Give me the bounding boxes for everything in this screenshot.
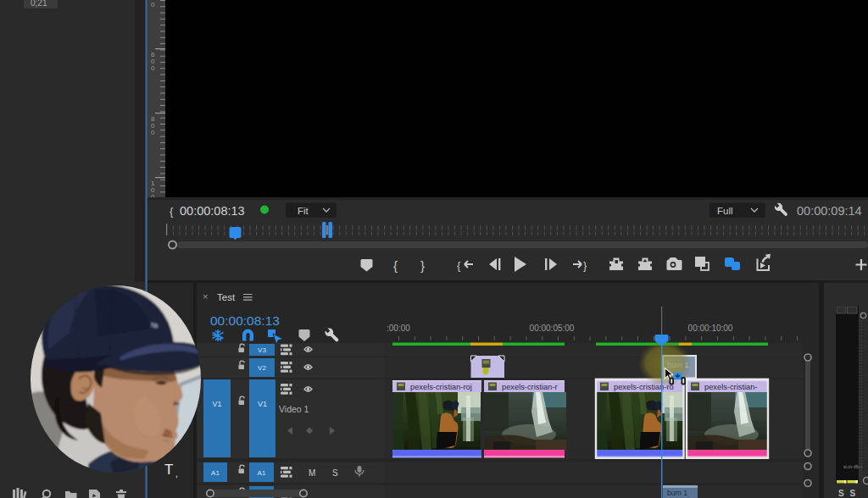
svg-text:V1: V1: [212, 400, 221, 408]
svg-text:M: M: [309, 468, 315, 478]
svg-text:Test: Test: [217, 292, 236, 302]
svg-text:00:00:08:13: 00:00:08:13: [180, 204, 245, 218]
svg-text:V3: V3: [258, 346, 266, 354]
svg-text:}: }: [583, 259, 587, 272]
svg-text:A1: A1: [211, 469, 220, 477]
svg-text:0: 0: [151, 1, 155, 8]
svg-text:burn 1: burn 1: [667, 489, 687, 497]
svg-text:00:00:09:14: 00:00:09:14: [797, 204, 862, 218]
svg-text:Fit: Fit: [298, 206, 309, 216]
svg-text:0: 0: [151, 64, 155, 72]
svg-text:A1: A1: [258, 469, 266, 477]
svg-text:V2: V2: [258, 364, 266, 372]
svg-text:T: T: [164, 462, 173, 478]
svg-text:hb: hb: [151, 321, 159, 329]
svg-text:S: S: [838, 489, 844, 498]
svg-text:00:00:05:00: 00:00:05:00: [530, 324, 575, 333]
svg-text::00:00: :00:00: [387, 324, 410, 333]
svg-text:Video 1: Video 1: [279, 404, 309, 414]
svg-text:pexels-cristian-r: pexels-cristian-r: [502, 383, 558, 391]
svg-text:S: S: [332, 468, 338, 478]
svg-text:0: 0: [151, 129, 155, 136]
svg-text:S: S: [850, 489, 856, 498]
svg-text:00:00:10:00: 00:00:10:00: [688, 324, 733, 333]
svg-text:{: {: [170, 205, 174, 218]
svg-text:V1: V1: [258, 400, 267, 408]
svg-text:}: }: [420, 258, 425, 273]
svg-text:0;21: 0;21: [31, 0, 47, 8]
svg-text:{: {: [393, 258, 398, 273]
svg-text:{: {: [457, 259, 461, 272]
svg-text:pexels-cristian-roj: pexels-cristian-roj: [410, 383, 472, 391]
svg-text:Full: Full: [717, 206, 733, 216]
svg-text:×: ×: [203, 291, 208, 302]
svg-text:pexels-cristian-: pexels-cristian-: [704, 383, 758, 391]
svg-text:,: ,: [175, 469, 178, 479]
svg-text:00:00:08:13: 00:00:08:13: [210, 313, 280, 328]
